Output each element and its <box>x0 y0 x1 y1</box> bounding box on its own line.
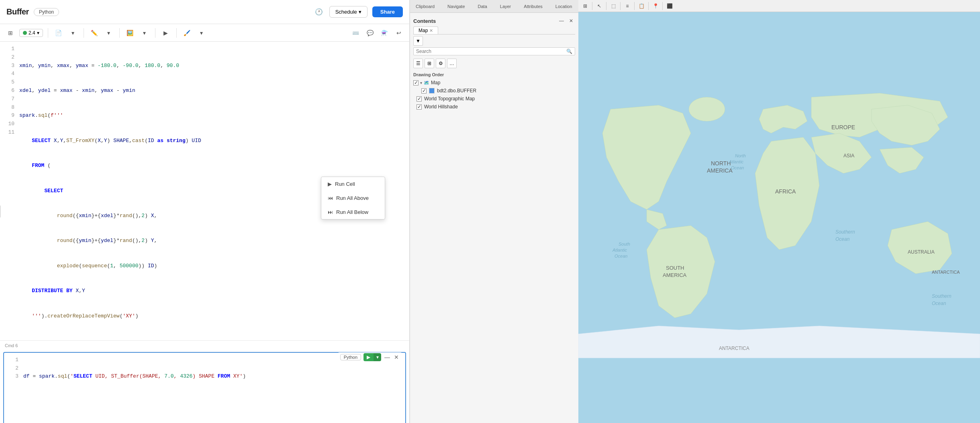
cell-2-code[interactable]: 123 df = spark.sql('SELECT UID, ST_Buffe… <box>4 353 405 423</box>
minimize-panel-button[interactable]: — <box>557 17 566 25</box>
svg-text:Southern: Southern <box>932 293 951 299</box>
search-box: 🔍 <box>413 47 575 55</box>
run-icon[interactable]: ▶ <box>160 27 172 39</box>
expand-map-arrow: ▾ <box>420 81 422 85</box>
attributes-tool-button[interactable]: 📋 <box>636 1 647 11</box>
location-tab[interactable]: Location <box>552 2 576 10</box>
world-topo-label: World Topographic Map <box>424 96 475 102</box>
brush-icon[interactable]: 🖌️ <box>182 27 193 39</box>
contents-header: Contents — ✕ <box>413 15 575 26</box>
clipboard-tab[interactable]: Clipboard <box>412 2 438 10</box>
svg-text:Ocean: Ocean <box>932 301 946 306</box>
image-chevron-icon[interactable]: ▾ <box>139 27 150 39</box>
map-tab-close-icon[interactable]: ✕ <box>429 28 433 33</box>
cell-2-toolbar: Python ▶ ▾ — ✕ <box>338 352 402 362</box>
world-map-svg: NORTH AMERICA EUROPE ASIA AFRICA SOUTH A… <box>578 12 980 423</box>
run-all-below-label: Run All Below <box>336 209 368 215</box>
run-all-above-menu-item[interactable]: ⏮ Run All Above <box>321 191 385 205</box>
version-selector[interactable]: 2.4 ▾ <box>19 29 43 37</box>
clock-icon: 🕐 <box>313 6 325 18</box>
cell-close-button[interactable]: ✕ <box>393 354 400 360</box>
sidebar-toggle[interactable]: › <box>0 205 1 218</box>
svg-text:North: North <box>735 153 746 158</box>
comment-icon[interactable]: 💬 <box>364 27 376 39</box>
world-topo-checkbox[interactable]: ✓ <box>416 96 422 102</box>
svg-text:ASIA: ASIA <box>843 153 854 159</box>
brush-chevron-icon[interactable]: ▾ <box>196 27 207 39</box>
doc-icon[interactable]: 📄 <box>53 27 64 39</box>
search-input[interactable] <box>416 49 566 54</box>
notebook-title: Buffer <box>6 7 29 16</box>
run-all-above-label: Run All Above <box>336 195 369 201</box>
world-hillshade-layer[interactable]: ✓ World Hillshade <box>413 103 575 111</box>
edit-icon[interactable]: ✏️ <box>89 27 100 39</box>
navigate-tool-button[interactable]: ↖ <box>594 1 604 11</box>
svg-text:ANTARCTICA: ANTARCTICA <box>932 270 960 275</box>
toolbar-divider-1 <box>48 28 48 38</box>
edit-chevron-icon[interactable]: ▾ <box>103 27 114 39</box>
contents-controls: — ✕ <box>557 17 575 25</box>
history-icon[interactable]: ↩ <box>393 27 404 39</box>
run-all-above-icon: ⏮ <box>328 195 333 201</box>
search-icon: 🔍 <box>566 49 572 54</box>
arcgis-contents-panel: Contents — ✕ Map ✕ ▼ 🔍 ☰ ⊞ ⚙ … <box>410 13 578 113</box>
flask-icon[interactable]: ⚗️ <box>379 27 390 39</box>
layer-list-icon[interactable]: ☰ <box>413 59 423 68</box>
map-view[interactable]: NORTH AMERICA EUROPE ASIA AFRICA SOUTH A… <box>578 12 980 423</box>
selection-tool-button[interactable]: ⬛ <box>664 1 675 11</box>
grid-view-icon[interactable]: ⊞ <box>425 59 434 68</box>
buffer-layer-checkbox[interactable]: ✓ <box>421 88 427 94</box>
version-chevron-icon: ▾ <box>37 30 39 36</box>
run-cell-button[interactable]: ▶ <box>363 353 374 361</box>
layer-tool-button[interactable]: ≡ <box>622 1 633 11</box>
cell-2-content: df = spark.sql('SELECT UID, ST_Buffer(SH… <box>23 356 405 423</box>
share-button[interactable]: Share <box>372 6 403 17</box>
version-status-dot <box>23 31 27 35</box>
filter-by-type-button[interactable]: ▼ <box>413 36 423 46</box>
world-hillshade-checkbox[interactable]: ✓ <box>416 104 422 110</box>
keyboard-icon[interactable]: ⌨️ <box>350 27 361 39</box>
version-label: 2.4 <box>29 30 35 36</box>
map-tab[interactable]: Map ✕ <box>413 26 438 34</box>
buffer-layer-color-swatch <box>429 88 435 94</box>
notebook-header: Buffer Python 🕐 Schedule ▾ Share <box>0 0 409 24</box>
run-dropdown-chevron-button[interactable]: ▾ <box>374 353 381 361</box>
attributes-tab[interactable]: Attributes <box>521 2 545 10</box>
copy-tool-button[interactable]: ⊞ <box>580 1 590 11</box>
location-tool-button[interactable]: 📍 <box>650 1 661 11</box>
svg-text:AUSTRALIA: AUSTRALIA <box>908 249 935 255</box>
svg-text:ANTARCTICA: ANTARCTICA <box>719 346 749 351</box>
cell-minimize-button[interactable]: — <box>384 354 391 360</box>
more-options-icon[interactable]: … <box>447 59 457 68</box>
cell-1-line-numbers: 12345 67891011 <box>0 45 19 337</box>
select-tool-button[interactable]: ⬚ <box>608 1 619 11</box>
cells-area: 12345 67891011 xmin, ymin, xmax, ymax = … <box>0 42 409 423</box>
tool-divider-3 <box>620 2 621 10</box>
schedule-button[interactable]: Schedule ▾ <box>329 6 368 18</box>
arcgis-panel: Clipboard Navigate Data Layer Attributes… <box>410 0 578 423</box>
data-tab[interactable]: Data <box>475 2 490 10</box>
filter-bar: ☰ ⊞ ⚙ … <box>413 57 575 70</box>
image-icon[interactable]: 🖼️ <box>125 27 136 39</box>
cluster-icon[interactable]: ⊞ <box>5 27 16 39</box>
map-group-checkbox[interactable]: ✓ <box>413 80 419 85</box>
map-group-icon: 🗺️ <box>424 80 429 85</box>
cell-2-active[interactable]: Python ▶ ▾ — ✕ 123 df = spark.sql('SELEC… <box>3 352 406 423</box>
run-all-below-menu-item[interactable]: ⏭ Run All Below <box>321 205 385 219</box>
layer-tab[interactable]: Layer <box>497 2 514 10</box>
svg-text:AFRICA: AFRICA <box>775 188 796 195</box>
options-icon[interactable]: ⚙ <box>436 59 445 68</box>
svg-text:EUROPE: EUROPE <box>831 124 855 130</box>
svg-text:NORTH: NORTH <box>711 160 731 167</box>
chevron-down-icon[interactable]: ▾ <box>67 27 79 39</box>
map-group-layer[interactable]: ✓ ▾ 🗺️ Map <box>413 79 575 87</box>
run-all-below-icon: ⏭ <box>328 209 333 215</box>
navigate-tab[interactable]: Navigate <box>444 2 468 10</box>
buffer-layer-item[interactable]: ✓ bdt2.dbo.BUFFER <box>413 87 575 95</box>
svg-text:AMERICA: AMERICA <box>707 167 733 174</box>
run-cell-menu-item[interactable]: ▶ Run Cell <box>321 177 385 191</box>
close-panel-button[interactable]: ✕ <box>567 17 575 25</box>
arcgis-top-ribbon: Clipboard Navigate Data Layer Attributes… <box>410 0 578 13</box>
world-topo-layer[interactable]: ✓ World Topographic Map <box>413 95 575 103</box>
toolbar-divider-3 <box>119 28 120 38</box>
